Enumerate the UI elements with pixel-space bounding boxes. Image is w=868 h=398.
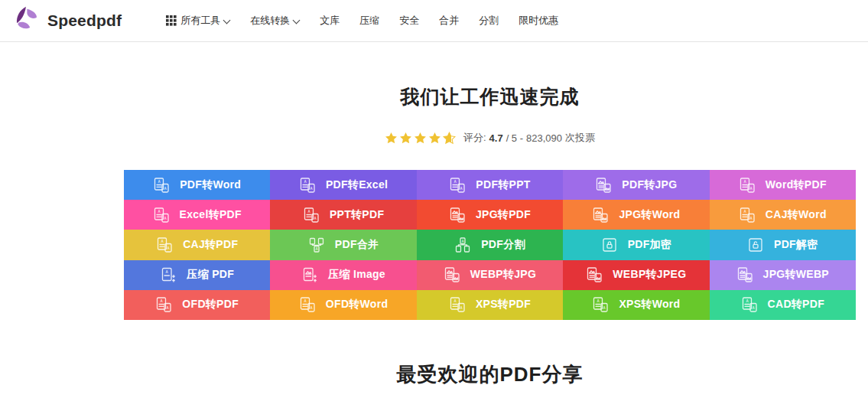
rating-score: 4.7 (489, 132, 503, 144)
nav-item-1[interactable]: 所有工具 (166, 14, 230, 28)
svg-text:A: A (304, 180, 307, 184)
main-nav: 所有工具在线转换文库压缩安全合并分割限时优惠 (166, 14, 558, 28)
nav-item-5[interactable]: 安全 (399, 14, 419, 28)
tool-card-label: PDF分割 (481, 238, 525, 252)
tool-card-OFD转Word[interactable]: AAOFD转Word (270, 290, 416, 320)
tool-card-压缩-Image[interactable]: 压缩 Image (270, 260, 416, 290)
tool-card-CAJ转PDF[interactable]: AACAJ转PDF (124, 230, 270, 259)
merge-icon: A (308, 237, 325, 253)
tool-card-PDF转PPT[interactable]: AAPDF转PPT (417, 170, 563, 200)
tool-card-Word转PDF[interactable]: AAWord转PDF (710, 170, 856, 200)
docs-image-convert-icon (449, 207, 466, 223)
tool-card-OFD转PDF[interactable]: AAOFD转PDF (124, 290, 270, 320)
docs-convert-icon: AA (299, 177, 316, 194)
popular-section-title: 最受欢迎的PDF分享 (124, 361, 856, 388)
rating-row: 评分: 4.7 / 5 - 823,090 次投票 (124, 131, 856, 145)
compress-image-icon (301, 266, 318, 283)
rating-votes: 823,090 (526, 132, 562, 144)
docs-convert-icon: AA (449, 177, 466, 194)
tool-card-label: JPG转WEBP (763, 268, 829, 282)
svg-text:A: A (161, 299, 164, 303)
tool-card-PDF加密[interactable]: PDF加密 (563, 230, 709, 259)
tool-card-WEBP转JPG[interactable]: WEBP转JPG (417, 260, 563, 290)
nav-item-8[interactable]: 限时优惠 (519, 14, 558, 28)
tool-card-label: OFD转PDF (182, 298, 239, 312)
tool-card-PPT转PDF[interactable]: AAPPT转PDF (270, 200, 416, 230)
docs-convert-icon: AA (299, 296, 316, 313)
svg-text:A: A (460, 187, 463, 191)
svg-text:A: A (460, 306, 463, 310)
svg-text:A: A (304, 299, 307, 303)
tool-card-JPG转WEBP[interactable]: JPG转WEBP (710, 260, 856, 290)
svg-text:A: A (307, 210, 310, 214)
tool-card-label: 压缩 Image (328, 268, 385, 282)
docs-convert-icon: AA (156, 237, 173, 253)
tool-card-PDF转JPG[interactable]: PDF转JPG (563, 170, 709, 200)
tool-card-label: WEBP转JPG (470, 268, 536, 282)
nav-item-6[interactable]: 合并 (439, 14, 459, 28)
compress-doc-icon: A (160, 266, 177, 283)
docs-image-convert-icon (444, 266, 460, 283)
all-tools-grid-icon (166, 15, 177, 26)
lock-icon (601, 237, 618, 253)
rating-prefix: 评分: (463, 131, 486, 145)
rating-mid: / 5 - (506, 132, 523, 144)
tool-card-label: OFD转Word (326, 298, 388, 312)
svg-text:A: A (462, 239, 465, 243)
brand-logo[interactable]: Speedpdf (9, 3, 122, 38)
nav-item-label: 限时优惠 (519, 14, 558, 28)
chevron-down-icon (294, 16, 300, 22)
tool-card-压缩-PDF[interactable]: A压缩 PDF (124, 260, 270, 290)
svg-text:A: A (752, 306, 755, 310)
tool-card-PDF解密[interactable]: PDF解密 (710, 230, 856, 259)
tool-card-label: CAJ转Word (766, 208, 827, 222)
tool-card-label: PDF合并 (335, 238, 379, 252)
tool-card-PDF分割[interactable]: APDF分割 (417, 230, 563, 259)
svg-text:A: A (164, 217, 167, 220)
tool-card-label: PPT转PDF (330, 208, 384, 222)
nav-item-2[interactable]: 在线转换 (250, 14, 300, 28)
tool-card-label: XPS转PDF (476, 298, 531, 312)
tool-card-PDF合并[interactable]: APDF合并 (270, 230, 416, 259)
tool-card-CAD转PDF[interactable]: AACAD转PDF (710, 290, 856, 320)
svg-text:A: A (746, 299, 749, 303)
chevron-down-icon (224, 16, 230, 22)
svg-text:A: A (743, 210, 746, 214)
nav-item-label: 压缩 (359, 14, 379, 28)
tool-card-Excel转PDF[interactable]: AAExcel转PDF (124, 200, 270, 230)
docs-convert-icon: AA (449, 296, 466, 313)
tool-card-label: JPG转PDF (476, 208, 531, 222)
tool-card-PDF转Excel[interactable]: AAPDF转Excel (270, 170, 416, 200)
tool-card-label: Excel转PDF (180, 208, 242, 222)
nav-item-7[interactable]: 分割 (479, 14, 499, 28)
svg-text:A: A (310, 306, 313, 310)
nav-item-4[interactable]: 压缩 (359, 14, 379, 28)
tool-card-label: PDF解密 (774, 238, 818, 252)
svg-text:A: A (164, 187, 167, 191)
docs-image-convert-icon (595, 177, 612, 194)
svg-text:A: A (314, 217, 317, 220)
page-title: 我们让工作迅速完成 (124, 84, 856, 109)
tool-card-label: PDF转JPG (622, 178, 677, 192)
tool-card-label: XPS转Word (619, 298, 680, 312)
tool-card-WEBP转JPEG[interactable]: WEBP转JPEG (563, 260, 709, 290)
nav-item-3[interactable]: 文库 (320, 14, 340, 28)
svg-text:A: A (454, 180, 457, 184)
tool-card-XPS转Word[interactable]: AAXPS转Word (563, 290, 709, 320)
tool-card-JPG转Word[interactable]: JPG转Word (563, 200, 709, 230)
svg-text:A: A (749, 187, 753, 191)
tool-grid: AAPDF转WordAAPDF转ExcelAAPDF转PPTPDF转JPGAAW… (124, 170, 856, 320)
docs-image-convert-icon (586, 266, 603, 283)
tool-card-label: PDF转PPT (476, 178, 530, 192)
svg-text:A: A (454, 299, 457, 303)
tool-card-XPS转PDF[interactable]: AAXPS转PDF (417, 290, 563, 320)
docs-convert-icon: AA (153, 207, 170, 223)
butterfly-logo-icon (9, 3, 41, 38)
tool-card-label: JPG转Word (619, 208, 680, 222)
docs-convert-icon: AA (155, 296, 172, 313)
svg-text:A: A (310, 187, 313, 191)
tool-card-CAJ转Word[interactable]: AACAJ转Word (710, 200, 856, 230)
tool-card-PDF转Word[interactable]: AAPDF转Word (124, 170, 270, 200)
rating-suffix: 次投票 (565, 131, 595, 145)
tool-card-JPG转PDF[interactable]: JPG转PDF (417, 200, 563, 230)
